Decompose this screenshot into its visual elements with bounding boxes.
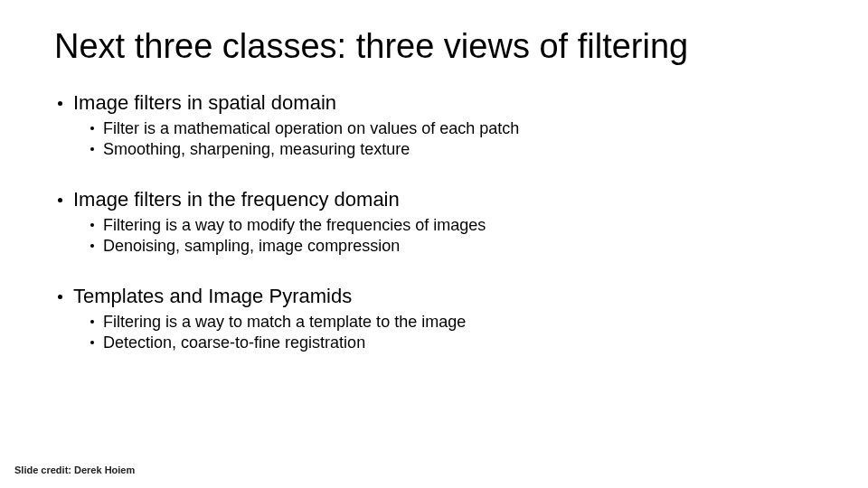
bullet-l1: Templates and Image Pyramids bbox=[58, 285, 823, 308]
bullet-text: Detection, coarse-to-fine registration bbox=[103, 333, 365, 353]
bullet-dot-icon bbox=[90, 223, 94, 227]
bullet-l2: Filtering is a way to match a template t… bbox=[90, 312, 823, 333]
bullet-l2: Smoothing, sharpening, measuring texture bbox=[90, 139, 823, 160]
section-templates: Templates and Image Pyramids Filtering i… bbox=[58, 285, 823, 354]
bullet-dot-icon bbox=[90, 320, 94, 324]
bullet-dot-icon bbox=[90, 147, 94, 151]
slide: Next three classes: three views of filte… bbox=[0, 0, 868, 488]
bullet-dot-icon bbox=[58, 295, 62, 299]
section-heading: Image filters in spatial domain bbox=[73, 91, 336, 115]
bullet-l2: Denoising, sampling, image compression bbox=[90, 236, 823, 257]
bullet-l1: Image filters in spatial domain bbox=[58, 91, 823, 115]
bullet-l2: Filter is a mathematical operation on va… bbox=[90, 118, 823, 139]
bullet-dot-icon bbox=[90, 341, 94, 344]
bullet-dot-icon bbox=[90, 244, 94, 248]
bullet-text: Denoising, sampling, image compression bbox=[103, 236, 400, 257]
bullet-l1: Image filters in the frequency domain bbox=[58, 188, 823, 211]
slide-content: Image filters in spatial domain Filter i… bbox=[45, 91, 823, 353]
bullet-l2: Filtering is a way to modify the frequen… bbox=[90, 215, 823, 236]
bullet-dot-icon bbox=[58, 101, 62, 106]
bullet-dot-icon bbox=[58, 198, 62, 202]
section-frequency: Image filters in the frequency domain Fi… bbox=[58, 188, 823, 258]
bullet-text: Smoothing, sharpening, measuring texture bbox=[103, 139, 410, 160]
bullet-text: Filtering is a way to match a template t… bbox=[103, 312, 466, 333]
bullet-text: Filter is a mathematical operation on va… bbox=[103, 118, 519, 139]
section-heading: Templates and Image Pyramids bbox=[73, 285, 352, 308]
bullet-l2: Detection, coarse-to-fine registration bbox=[90, 333, 823, 353]
section-heading: Image filters in the frequency domain bbox=[73, 188, 400, 211]
slide-credit: Slide credit: Derek Hoiem bbox=[14, 465, 135, 475]
bullet-text: Filtering is a way to modify the frequen… bbox=[103, 215, 486, 236]
slide-title: Next three classes: three views of filte… bbox=[54, 27, 823, 66]
section-spatial: Image filters in spatial domain Filter i… bbox=[58, 91, 823, 161]
bullet-dot-icon bbox=[90, 127, 94, 130]
